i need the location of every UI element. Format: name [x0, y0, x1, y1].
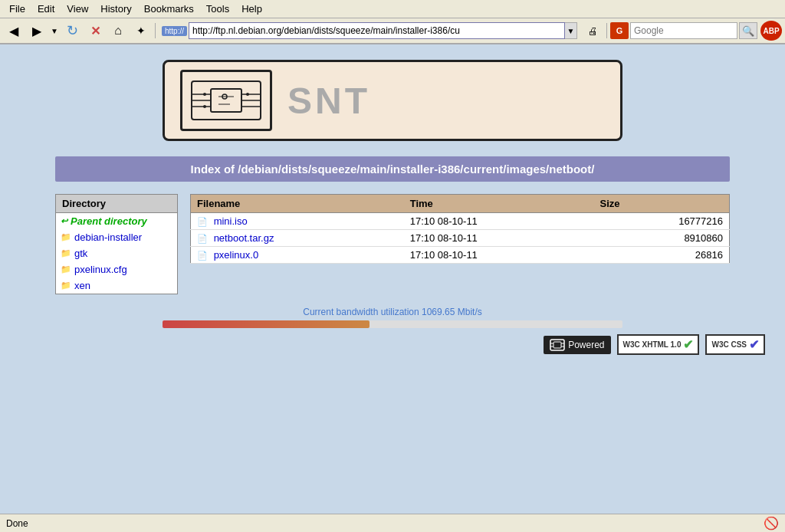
menu-help[interactable]: Help	[235, 2, 268, 16]
dir-label-1: debian-installer	[74, 232, 142, 243]
w3c-css-label: W3C CSS	[711, 340, 747, 349]
w3c-xhtml-label: W3C XHTML 1.0	[623, 340, 682, 349]
dir-label-2: gtk	[74, 248, 87, 259]
toolbar: ◀ ▶ ▼ ↻ ✕ ⌂ ✦ http:// ▼ 🖨 G 🔍 ABP	[0, 18, 785, 44]
dir-item-xen[interactable]: 📁 xen	[56, 277, 177, 294]
folder-icon-2: 📁	[61, 248, 71, 258]
col-filename: Filename	[191, 195, 404, 213]
toolbar-separator	[155, 23, 156, 38]
file-icon: 📄	[197, 234, 208, 243]
menu-view[interactable]: View	[61, 2, 94, 16]
file-listing-table: Filename Time Size 📄 mini.iso 17:10 08-1…	[190, 194, 730, 264]
search-submit-button[interactable]: 🔍	[739, 22, 757, 39]
svg-point-8	[203, 93, 206, 96]
stop-button[interactable]: ✕	[84, 21, 106, 41]
svg-rect-1	[211, 89, 241, 112]
table-row: 📄 netboot.tar.gz 17:10 08-10-11 8910860	[191, 230, 730, 247]
menu-file[interactable]: File	[3, 2, 31, 16]
parent-dir-icon: ↩	[61, 216, 67, 226]
reload-button[interactable]: ↻	[61, 21, 83, 41]
bandwidth-section: Current bandwidth utilization 1069.65 Mb…	[8, 307, 777, 328]
search-engine-icon[interactable]: G	[610, 22, 629, 39]
parent-directory-link[interactable]: ↩ Parent directory	[56, 213, 177, 229]
powered-label: Powered	[568, 340, 604, 350]
home-button[interactable]: ⌂	[107, 21, 129, 41]
file-icon: 📄	[197, 217, 208, 226]
search-bar: G 🔍	[610, 22, 757, 39]
adblock-button[interactable]: ABP	[760, 21, 782, 41]
folder-icon-4: 📁	[61, 281, 71, 291]
file-name[interactable]: pxelinux.0	[214, 249, 259, 261]
folder-icon-3: 📁	[61, 264, 71, 274]
dir-label-3: pxelinux.cfg	[74, 264, 127, 275]
bandwidth-bar	[163, 320, 370, 328]
svg-point-9	[203, 105, 206, 108]
snt-mini-logo	[550, 339, 565, 351]
directory-sidebar: Directory ↩ Parent directory 📁 debian-in…	[55, 194, 178, 294]
table-row: 📄 mini.iso 17:10 08-10-11 16777216	[191, 213, 730, 230]
col-time: Time	[404, 195, 594, 213]
snt-powered-badge[interactable]: Powered	[544, 336, 610, 354]
parent-dir-label: Parent directory	[71, 215, 147, 227]
file-size-cell: 26816	[594, 247, 730, 264]
url-input[interactable]	[189, 22, 565, 39]
file-name[interactable]: netboot.tar.gz	[214, 232, 274, 244]
table-row: 📄 pxelinux.0 17:10 08-10-11 26816	[191, 247, 730, 264]
menu-history[interactable]: History	[94, 2, 137, 16]
page-content: SNT Index of /debian/dists/squeeze/main/…	[0, 44, 785, 489]
page-index-heading: Index of /debian/dists/squeeze/main/inst…	[55, 156, 730, 182]
url-bar: http:// ▼	[162, 22, 577, 39]
print-button[interactable]: 🖨	[582, 21, 603, 41]
file-name-cell[interactable]: 📄 pxelinux.0	[191, 247, 404, 264]
w3c-css-badge[interactable]: W3C CSS ✔	[705, 334, 765, 355]
file-size-cell: 8910860	[594, 230, 730, 247]
file-table-container: Directory ↩ Parent directory 📁 debian-in…	[55, 194, 730, 294]
file-time-cell: 17:10 08-10-11	[404, 230, 594, 247]
folder-icon-1: 📁	[61, 232, 71, 242]
file-name-cell[interactable]: 📄 mini.iso	[191, 213, 404, 230]
dir-item-pxelinux-cfg[interactable]: 📁 pxelinux.cfg	[56, 261, 177, 277]
snt-banner: SNT	[163, 60, 622, 141]
toolbar-separator-2	[606, 23, 607, 38]
svg-rect-15	[553, 342, 561, 348]
w3c-xhtml-badge[interactable]: W3C XHTML 1.0 ✔	[617, 334, 700, 355]
svg-rect-14	[550, 340, 564, 350]
back-button[interactable]: ◀	[3, 21, 25, 41]
directory-header: Directory	[56, 195, 177, 213]
snt-title-text: SNT	[287, 80, 370, 122]
url-dropdown-button[interactable]: ▼	[565, 22, 577, 39]
file-time-cell: 17:10 08-10-11	[404, 213, 594, 230]
menu-bookmarks[interactable]: Bookmarks	[138, 2, 200, 16]
w3c-xhtml-check-icon: ✔	[683, 337, 693, 352]
file-name[interactable]: mini.iso	[214, 215, 248, 227]
bottom-badges: Powered W3C XHTML 1.0 ✔ W3C CSS ✔	[8, 328, 777, 361]
menu-bar: File Edit View History Bookmarks Tools H…	[0, 0, 785, 18]
col-size: Size	[594, 195, 730, 213]
bandwidth-bar-container	[163, 320, 622, 328]
file-size-cell: 16777216	[594, 213, 730, 230]
bookmark-star[interactable]: ✦	[130, 21, 152, 41]
file-name-cell[interactable]: 📄 netboot.tar.gz	[191, 230, 404, 247]
dir-item-gtk[interactable]: 📁 gtk	[56, 245, 177, 261]
menu-tools[interactable]: Tools	[200, 2, 235, 16]
forward-button[interactable]: ▶	[26, 21, 48, 41]
svg-point-10	[246, 93, 249, 96]
dir-label-4: xen	[74, 280, 90, 291]
url-protocol-badge: http://	[162, 26, 187, 36]
bandwidth-text: Current bandwidth utilization 1069.65 Mb…	[8, 307, 777, 317]
file-time-cell: 17:10 08-10-11	[404, 247, 594, 264]
menu-edit[interactable]: Edit	[31, 2, 61, 16]
search-input[interactable]	[630, 22, 737, 39]
forward-dropdown[interactable]: ▼	[49, 21, 60, 41]
snt-logo	[180, 70, 272, 131]
file-icon: 📄	[197, 251, 208, 260]
w3c-css-check-icon: ✔	[749, 337, 759, 352]
dir-item-debian-installer[interactable]: 📁 debian-installer	[56, 229, 177, 245]
